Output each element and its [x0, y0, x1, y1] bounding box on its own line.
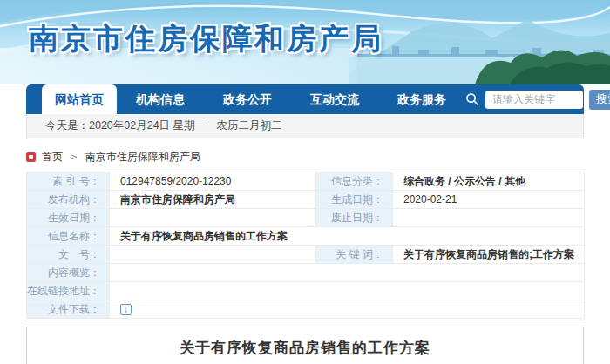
doc-number-value: [110, 246, 316, 264]
table-row: 索 引 号： 012947859/2020-12230 信息分类： 综合政务 /…: [27, 172, 585, 191]
created-date-value: 2020-02-21: [393, 191, 585, 209]
table-row: 信息名称： 关于有序恢复商品房销售的工作方案: [27, 227, 585, 246]
tab-home[interactable]: 网站首页: [42, 84, 117, 114]
search-input[interactable]: [485, 91, 583, 109]
issuing-agency-value: 南京市住房保障和房产局: [110, 191, 316, 209]
breadcrumb-marker-icon: [26, 152, 36, 162]
breadcrumb-home-link[interactable]: 首页: [42, 150, 63, 165]
breadcrumb: 首页 ＞ 南京市住房保障和房产局: [26, 151, 584, 163]
tab-org-info[interactable]: 机构信息: [117, 84, 204, 114]
table-row: 文件下载： ↓: [27, 300, 585, 319]
issuing-agency-label: 发布机构：: [27, 191, 110, 209]
effective-date-label: 生效日期：: [27, 209, 110, 227]
expiry-date-label: 废止日期：: [316, 209, 393, 227]
site-banner: 南京市住房保障和房产局: [0, 0, 610, 84]
breadcrumb-current: 南京市住房保障和房产局: [85, 150, 200, 165]
info-title-value: 关于有序恢复商品房销售的工作方案: [110, 227, 585, 246]
breadcrumb-separator: ＞: [69, 150, 79, 165]
keywords-label: 关 键 词：: [316, 246, 393, 264]
search-box: 搜索: [465, 90, 610, 110]
search-button[interactable]: 搜索: [589, 90, 610, 110]
tab-gov-service[interactable]: 政务服务: [378, 84, 465, 114]
download-icon[interactable]: ↓: [120, 304, 132, 315]
search-icon: [465, 92, 479, 106]
index-number-label: 索 引 号：: [27, 172, 110, 191]
online-link-value: [110, 282, 585, 300]
article-panel: 关于有序恢复商品房销售的工作方案: [26, 327, 584, 364]
table-row: 文 号： 关 键 词： 关于有序恢复商品房销售的;工作方案: [27, 246, 585, 264]
table-row: 在线链接地址：: [27, 282, 585, 300]
content-overview-label: 内容概览：: [27, 264, 110, 282]
file-download-cell: ↓: [110, 300, 585, 319]
expiry-date-value: [393, 209, 585, 227]
table-row: 内容概览：: [27, 264, 585, 282]
index-number-value: 012947859/2020-12230: [110, 172, 316, 191]
main-nav: 网站首页 机构信息 政务公开 互动交流 政务服务 搜索: [26, 84, 584, 114]
document-info-table: 索 引 号： 012947859/2020-12230 信息分类： 综合政务 /…: [26, 172, 585, 319]
tab-gov-open[interactable]: 政务公开: [204, 84, 291, 114]
site-title: 南京市住房保障和房产局: [29, 19, 383, 59]
created-date-label: 生成日期：: [316, 191, 393, 209]
info-title-label: 信息名称：: [27, 227, 110, 246]
date-bar: 今天是：2020年02月24日 星期一 农历二月初二: [26, 114, 584, 138]
table-row: 发布机构： 南京市住房保障和房产局 生成日期： 2020-02-21: [27, 191, 585, 209]
info-category-value: 综合政务 / 公示公告 / 其他: [393, 172, 585, 191]
content-overview-value: [110, 264, 585, 282]
keywords-value: 关于有序恢复商品房销售的;工作方案: [393, 246, 585, 264]
tab-interaction[interactable]: 互动交流: [291, 84, 378, 114]
info-category-label: 信息分类：: [316, 172, 393, 191]
online-link-label: 在线链接地址：: [27, 282, 110, 300]
file-download-label: 文件下载：: [27, 300, 110, 319]
effective-date-value: [110, 209, 316, 227]
article-title: 关于有序恢复商品房销售的工作方案: [27, 338, 583, 358]
table-row: 生效日期： 废止日期：: [27, 209, 585, 227]
doc-number-label: 文 号：: [27, 246, 110, 264]
